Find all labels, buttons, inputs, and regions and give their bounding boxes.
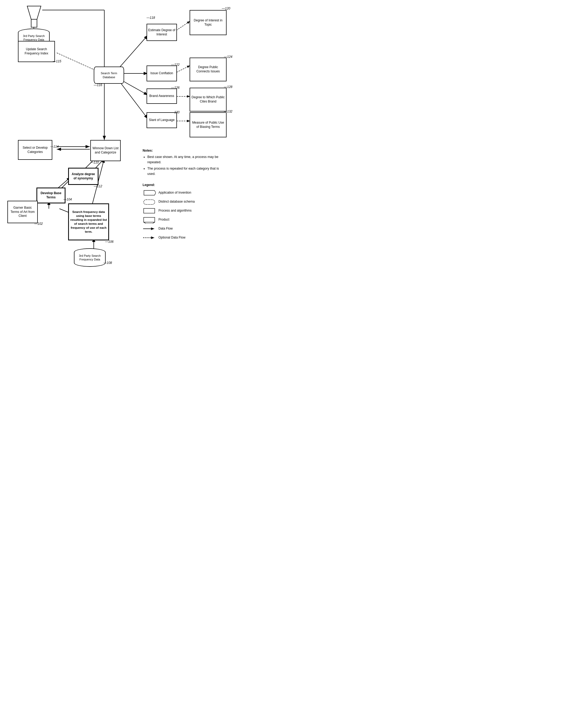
node-garner-terms: Garner Basic Terms of Art from Client xyxy=(7,201,38,223)
label-118: —118 xyxy=(147,16,155,20)
svg-rect-30 xyxy=(144,208,155,213)
legend-label-product: Product xyxy=(158,217,169,223)
label-122: —122 xyxy=(171,63,180,67)
node-search-freq-data: Search frequency data using base terms r… xyxy=(68,203,109,240)
notes-title: Notes: xyxy=(142,148,227,153)
legend-label-optional-arrow: Optional Data Flow xyxy=(158,235,185,241)
label-106: —106 xyxy=(105,240,113,243)
svg-rect-31 xyxy=(144,217,155,222)
label-120: —120 xyxy=(222,7,230,10)
legend-label-database: Distinct database schema xyxy=(158,199,194,205)
label-128: —128 xyxy=(224,85,232,89)
label-124: —124 xyxy=(224,55,232,59)
legend-shape-product xyxy=(142,216,156,224)
label-102: —102 xyxy=(34,222,43,226)
label-132: —132 xyxy=(224,110,232,113)
node-slant-language: Slant of Language xyxy=(147,112,177,128)
note-item-2: The process is repeated for each categor… xyxy=(147,166,227,177)
node-3rd-party-bottom: 3rd Party Search Frequency Data xyxy=(74,248,106,267)
legend-shape-database xyxy=(142,198,156,206)
label-126: —126 xyxy=(171,86,180,89)
node-analyze-synonymy: Analyze degree of synonymy xyxy=(68,168,99,185)
node-estimate-degree: Estimate Degree of Interest xyxy=(147,24,177,41)
legend-item-product: Product xyxy=(142,216,227,224)
node-brand-awareness: Brand Awareness xyxy=(147,88,177,104)
node-develop-base: Develop Base Terms xyxy=(36,187,65,203)
node-update-search: Update Search Frequency Index xyxy=(18,41,55,62)
legend-item-optional-arrow: Optional Data Flow xyxy=(142,234,227,241)
label-112: —112 xyxy=(94,184,102,188)
label-104: —104 xyxy=(63,198,72,201)
label-108: —108 xyxy=(104,261,112,265)
svg-marker-28 xyxy=(144,190,156,195)
label-110: —110 xyxy=(90,161,99,164)
node-winnow-down: Winnow Down List and Categorize xyxy=(90,140,121,161)
legend-shape-process xyxy=(142,207,156,214)
legend-section: Legend: Application of Invention Distinc… xyxy=(142,182,227,243)
notes-section: Notes: Best case shown. At any time, a p… xyxy=(142,148,227,177)
label-130: —130 xyxy=(171,110,180,114)
legend-shape-application xyxy=(142,189,156,197)
funnel-shape xyxy=(26,5,42,28)
legend-shape-arrow xyxy=(142,225,156,232)
node-issue-conflation: Issue Conflation xyxy=(147,66,177,81)
label-114: —114 xyxy=(50,145,59,149)
label-116: —116 xyxy=(94,83,102,87)
note-item-1: Best case shown. At any time, a process … xyxy=(147,154,227,165)
node-degree-cites-brand: Degree to Which Public Cites Brand xyxy=(190,88,227,111)
legend-label-arrow: Data Flow xyxy=(158,226,173,232)
label-115: —115 xyxy=(53,59,61,63)
diagram-container: 3rd Party Search Frequency Data Update S… xyxy=(0,0,238,291)
svg-rect-27 xyxy=(31,19,37,27)
legend-item-arrow: Data Flow xyxy=(142,225,227,232)
svg-rect-29 xyxy=(144,200,155,204)
node-search-term-db: Search Term Database xyxy=(94,67,124,84)
legend-item-database: Distinct database schema xyxy=(142,198,227,206)
legend-item-application: Application of Invention xyxy=(142,189,227,197)
node-select-develop: Select or Develop Categories xyxy=(18,140,52,160)
svg-line-7 xyxy=(119,35,148,68)
legend-title: Legend: xyxy=(142,182,227,188)
svg-line-10 xyxy=(119,81,148,119)
legend-item-process: Process and algorithms xyxy=(142,207,227,214)
legend-label-process: Process and algorithms xyxy=(158,208,191,214)
node-degree-public-connects: Degree Public Connects Issues xyxy=(190,58,227,81)
svg-marker-26 xyxy=(27,6,41,19)
legend-shape-optional-arrow xyxy=(142,234,156,241)
svg-line-6 xyxy=(57,53,98,71)
legend-label-application: Application of Invention xyxy=(158,190,191,196)
node-measure-biasing: Measure of Public Use of Biasing Terms xyxy=(190,112,227,137)
node-degree-interest-topic: Degree of Interest in Topic xyxy=(190,10,227,35)
